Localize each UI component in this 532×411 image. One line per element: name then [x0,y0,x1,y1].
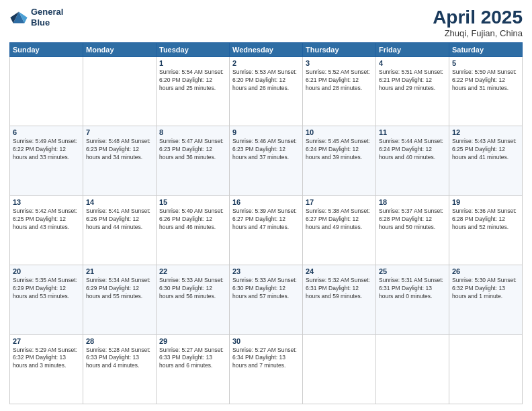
day-info-29: Sunrise: 5:27 AM Sunset: 6:33 PM Dayligh… [159,347,226,371]
page: General Blue April 2025 Zhuqi, Fujian, C… [0,0,532,411]
day-info-27: Sunrise: 5:29 AM Sunset: 6:32 PM Dayligh… [13,347,80,371]
cell-w5-d4: 30Sunrise: 5:27 AM Sunset: 6:34 PM Dayli… [230,334,303,404]
week-row-5: 27Sunrise: 5:29 AM Sunset: 6:32 PM Dayli… [10,334,523,404]
cell-w4-d6: 25Sunrise: 5:31 AM Sunset: 6:31 PM Dayli… [376,265,449,334]
day-info-6: Sunrise: 5:49 AM Sunset: 6:22 PM Dayligh… [13,138,80,162]
cell-w1-d6: 4Sunrise: 5:51 AM Sunset: 6:21 PM Daylig… [376,57,449,126]
day-num-1: 1 [159,59,226,67]
cell-w2-d3: 8Sunrise: 5:47 AM Sunset: 6:23 PM Daylig… [157,126,230,195]
day-num-3: 3 [306,59,373,67]
cell-w3-d4: 16Sunrise: 5:39 AM Sunset: 6:27 PM Dayli… [230,195,303,265]
logo-icon [9,8,28,27]
day-num-16: 16 [232,198,300,206]
calendar-table: Sunday Monday Tuesday Wednesday Thursday… [9,42,523,404]
cell-w3-d1: 13Sunrise: 5:42 AM Sunset: 6:25 PM Dayli… [10,195,83,265]
day-info-11: Sunrise: 5:44 AM Sunset: 6:24 PM Dayligh… [379,138,446,162]
day-num-4: 4 [379,59,446,67]
day-info-8: Sunrise: 5:47 AM Sunset: 6:23 PM Dayligh… [159,138,226,162]
cell-w2-d1: 6Sunrise: 5:49 AM Sunset: 6:22 PM Daylig… [10,126,83,195]
day-num-12: 12 [452,128,519,136]
cell-w4-d3: 22Sunrise: 5:33 AM Sunset: 6:30 PM Dayli… [157,265,230,334]
cell-w4-d7: 26Sunrise: 5:30 AM Sunset: 6:32 PM Dayli… [449,265,523,334]
cell-w4-d4: 23Sunrise: 5:33 AM Sunset: 6:30 PM Dayli… [230,265,303,334]
logo-line1: General [31,7,63,17]
col-monday: Monday [83,43,157,57]
day-info-1: Sunrise: 5:54 AM Sunset: 6:20 PM Dayligh… [159,68,226,93]
day-num-21: 21 [86,267,153,275]
cell-w2-d6: 11Sunrise: 5:44 AM Sunset: 6:24 PM Dayli… [376,126,449,195]
day-num-27: 27 [13,337,80,345]
logo-text: General Blue [31,7,63,28]
day-info-12: Sunrise: 5:43 AM Sunset: 6:25 PM Dayligh… [452,138,519,162]
day-num-20: 20 [13,267,80,275]
day-num-13: 13 [13,198,80,206]
day-num-9: 9 [232,128,300,136]
cell-w1-d2 [83,57,157,126]
title-block: April 2025 Zhuqi, Fujian, China [433,7,523,38]
cell-w1-d1 [10,57,83,126]
day-num-28: 28 [86,337,153,345]
day-num-15: 15 [159,198,226,206]
col-thursday: Thursday [303,43,376,57]
day-num-2: 2 [232,59,300,67]
day-info-21: Sunrise: 5:34 AM Sunset: 6:29 PM Dayligh… [86,277,153,301]
cell-w2-d2: 7Sunrise: 5:48 AM Sunset: 6:23 PM Daylig… [83,126,157,195]
cell-w1-d5: 3Sunrise: 5:52 AM Sunset: 6:21 PM Daylig… [303,57,376,126]
logo: General Blue [9,7,63,28]
col-friday: Friday [376,43,449,57]
day-info-10: Sunrise: 5:45 AM Sunset: 6:24 PM Dayligh… [306,138,373,162]
day-info-23: Sunrise: 5:33 AM Sunset: 6:30 PM Dayligh… [232,277,300,301]
week-row-2: 6Sunrise: 5:49 AM Sunset: 6:22 PM Daylig… [10,126,523,195]
day-num-14: 14 [86,198,153,206]
day-info-9: Sunrise: 5:46 AM Sunset: 6:23 PM Dayligh… [232,138,300,162]
col-saturday: Saturday [449,43,523,57]
cell-w5-d5 [303,334,376,404]
day-info-17: Sunrise: 5:38 AM Sunset: 6:27 PM Dayligh… [306,208,373,232]
cell-w5-d1: 27Sunrise: 5:29 AM Sunset: 6:32 PM Dayli… [10,334,83,404]
cell-w3-d3: 15Sunrise: 5:40 AM Sunset: 6:26 PM Dayli… [157,195,230,265]
cell-w5-d3: 29Sunrise: 5:27 AM Sunset: 6:33 PM Dayli… [157,334,230,404]
col-tuesday: Tuesday [157,43,230,57]
title-location: Zhuqi, Fujian, China [433,28,523,38]
day-num-22: 22 [159,267,226,275]
week-row-1: 1Sunrise: 5:54 AM Sunset: 6:20 PM Daylig… [10,57,523,126]
day-num-30: 30 [232,337,300,345]
day-info-15: Sunrise: 5:40 AM Sunset: 6:26 PM Dayligh… [159,208,226,232]
day-num-29: 29 [159,337,226,345]
day-info-14: Sunrise: 5:41 AM Sunset: 6:26 PM Dayligh… [86,208,153,232]
day-info-16: Sunrise: 5:39 AM Sunset: 6:27 PM Dayligh… [232,208,300,232]
day-num-19: 19 [452,198,519,206]
cell-w1-d4: 2Sunrise: 5:53 AM Sunset: 6:20 PM Daylig… [230,57,303,126]
day-num-18: 18 [379,198,446,206]
title-month: April 2025 [433,7,523,28]
day-info-24: Sunrise: 5:32 AM Sunset: 6:31 PM Dayligh… [306,277,373,301]
cell-w2-d7: 12Sunrise: 5:43 AM Sunset: 6:25 PM Dayli… [449,126,523,195]
day-info-2: Sunrise: 5:53 AM Sunset: 6:20 PM Dayligh… [232,68,300,93]
day-num-25: 25 [379,267,446,275]
cell-w5-d2: 28Sunrise: 5:28 AM Sunset: 6:33 PM Dayli… [83,334,157,404]
cell-w4-d5: 24Sunrise: 5:32 AM Sunset: 6:31 PM Dayli… [303,265,376,334]
cell-w2-d4: 9Sunrise: 5:46 AM Sunset: 6:23 PM Daylig… [230,126,303,195]
week-row-4: 20Sunrise: 5:35 AM Sunset: 6:29 PM Dayli… [10,265,523,334]
cell-w3-d6: 18Sunrise: 5:37 AM Sunset: 6:28 PM Dayli… [376,195,449,265]
day-num-24: 24 [306,267,373,275]
day-info-26: Sunrise: 5:30 AM Sunset: 6:32 PM Dayligh… [452,277,519,301]
cell-w1-d3: 1Sunrise: 5:54 AM Sunset: 6:20 PM Daylig… [157,57,230,126]
cell-w3-d2: 14Sunrise: 5:41 AM Sunset: 6:26 PM Dayli… [83,195,157,265]
day-num-7: 7 [86,128,153,136]
day-num-17: 17 [306,198,373,206]
cell-w3-d7: 19Sunrise: 5:36 AM Sunset: 6:28 PM Dayli… [449,195,523,265]
day-info-30: Sunrise: 5:27 AM Sunset: 6:34 PM Dayligh… [232,347,300,371]
cell-w1-d7: 5Sunrise: 5:50 AM Sunset: 6:22 PM Daylig… [449,57,523,126]
cell-w5-d7 [449,334,523,404]
cell-w4-d1: 20Sunrise: 5:35 AM Sunset: 6:29 PM Dayli… [10,265,83,334]
week-row-3: 13Sunrise: 5:42 AM Sunset: 6:25 PM Dayli… [10,195,523,265]
col-wednesday: Wednesday [230,43,303,57]
day-info-28: Sunrise: 5:28 AM Sunset: 6:33 PM Dayligh… [86,347,153,371]
cell-w2-d5: 10Sunrise: 5:45 AM Sunset: 6:24 PM Dayli… [303,126,376,195]
col-sunday: Sunday [10,43,83,57]
day-num-5: 5 [452,59,519,67]
cell-w4-d2: 21Sunrise: 5:34 AM Sunset: 6:29 PM Dayli… [83,265,157,334]
day-num-6: 6 [13,128,80,136]
day-info-7: Sunrise: 5:48 AM Sunset: 6:23 PM Dayligh… [86,138,153,162]
